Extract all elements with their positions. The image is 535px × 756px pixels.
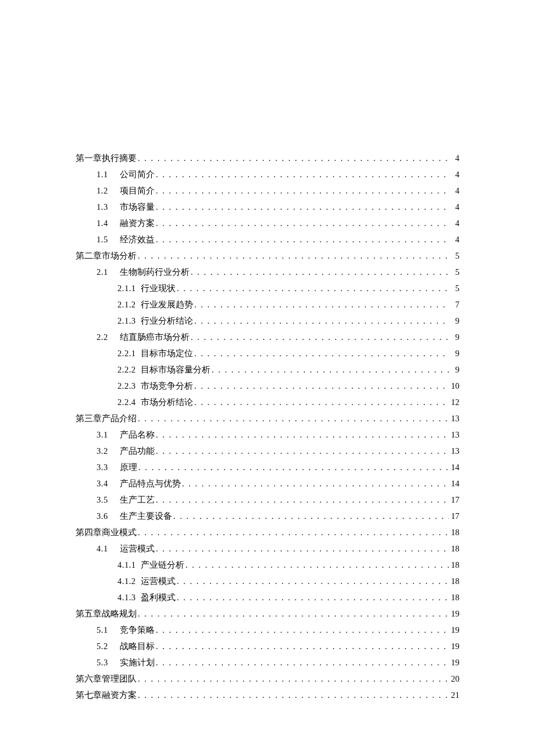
toc-number: 4.1.2 xyxy=(117,573,141,589)
toc-label: 融资方案 xyxy=(120,215,155,231)
toc-entry[interactable]: 1.3市场容量. . . . . . . . . . . . . . . . .… xyxy=(76,199,459,215)
toc-entry[interactable]: 2.1.2行业发展趋势. . . . . . . . . . . . . . .… xyxy=(76,296,459,313)
toc-number: 1.1 xyxy=(97,166,120,182)
toc-label: 第四章商业模式 xyxy=(76,524,137,540)
toc-number: 2.1 xyxy=(97,264,120,280)
toc-label: 运营模式 xyxy=(120,540,155,557)
toc-page-number: 9 xyxy=(449,361,459,378)
toc-entry[interactable]: 第四章商业模式. . . . . . . . . . . . . . . . .… xyxy=(76,524,459,540)
toc-leader-dots: . . . . . . . . . . . . . . . . . . . . … xyxy=(137,605,449,622)
toc-entry[interactable]: 1.1公司简介. . . . . . . . . . . . . . . . .… xyxy=(76,166,459,182)
toc-entry[interactable]: 4.1.3盈利模式. . . . . . . . . . . . . . . .… xyxy=(76,589,459,605)
toc-page-number: 9 xyxy=(449,329,459,345)
toc-entry[interactable]: 1.4融资方案. . . . . . . . . . . . . . . . .… xyxy=(76,215,459,231)
toc-label: 产业链分析 xyxy=(141,557,184,573)
toc-page-number: 4 xyxy=(449,150,459,166)
toc-entry[interactable]: 1.2项目简介. . . . . . . . . . . . . . . . .… xyxy=(76,182,459,199)
toc-page-number: 17 xyxy=(449,492,459,508)
toc-label: 竞争策略 xyxy=(120,622,155,638)
toc-number: 2.2.3 xyxy=(117,378,141,394)
toc-page-number: 13 xyxy=(449,443,459,459)
toc-number: 2.1.1 xyxy=(117,280,141,296)
toc-entry[interactable]: 2.2.1目标市场定位. . . . . . . . . . . . . . .… xyxy=(76,345,459,361)
toc-page-number: 10 xyxy=(449,378,459,394)
toc-label: 运营模式 xyxy=(141,573,176,589)
toc-number: 2.1.3 xyxy=(117,313,141,329)
toc-entry[interactable]: 3.2产品功能. . . . . . . . . . . . . . . . .… xyxy=(76,443,459,459)
toc-entry[interactable]: 第五章战略规划. . . . . . . . . . . . . . . . .… xyxy=(76,605,459,622)
toc-entry[interactable]: 第一章执行摘要. . . . . . . . . . . . . . . . .… xyxy=(76,150,459,166)
toc-entry[interactable]: 第二章市场分析. . . . . . . . . . . . . . . . .… xyxy=(76,248,459,264)
toc-label: 市场容量 xyxy=(120,199,155,215)
toc-page-number: 21 xyxy=(449,687,459,703)
toc-number: 1.4 xyxy=(97,215,120,231)
toc-leader-dots: . . . . . . . . . . . . . . . . . . . . … xyxy=(193,378,449,394)
toc-number: 3.3 xyxy=(97,459,120,475)
toc-label: 生产主要设备 xyxy=(120,508,172,524)
toc-leader-dots: . . . . . . . . . . . . . . . . . . . . … xyxy=(155,622,449,638)
toc-entry[interactable]: 5.1竞争策略. . . . . . . . . . . . . . . . .… xyxy=(76,622,459,638)
toc-label: 战略目标 xyxy=(120,638,155,654)
toc-number: 5.3 xyxy=(97,654,120,671)
toc-number: 3.4 xyxy=(97,475,120,492)
toc-label: 项目简介 xyxy=(120,182,155,199)
toc-page-number: 13 xyxy=(449,410,459,427)
toc-page-number: 18 xyxy=(449,573,459,589)
toc-label: 生产工艺 xyxy=(120,492,155,508)
toc-number: 5.2 xyxy=(97,638,120,654)
toc-number: 3.2 xyxy=(97,443,120,459)
toc-label: 第一章执行摘要 xyxy=(76,150,137,166)
toc-leader-dots: . . . . . . . . . . . . . . . . . . . . … xyxy=(176,280,449,296)
toc-leader-dots: . . . . . . . . . . . . . . . . . . . . … xyxy=(137,410,449,427)
toc-entry[interactable]: 5.3实施计划. . . . . . . . . . . . . . . . .… xyxy=(76,654,459,671)
toc-label: 行业分析结论 xyxy=(141,313,193,329)
toc-entry[interactable]: 第三章产品介绍. . . . . . . . . . . . . . . . .… xyxy=(76,410,459,427)
toc-page-number: 9 xyxy=(449,345,459,361)
toc-page-number: 18 xyxy=(449,524,459,540)
toc-entry[interactable]: 1.5经济效益. . . . . . . . . . . . . . . . .… xyxy=(76,231,459,248)
toc-entry[interactable]: 2.2结直肠癌市场分析. . . . . . . . . . . . . . .… xyxy=(76,329,459,345)
toc-entry[interactable]: 3.1产品名称. . . . . . . . . . . . . . . . .… xyxy=(76,427,459,443)
toc-number: 1.5 xyxy=(97,231,120,248)
toc-leader-dots: . . . . . . . . . . . . . . . . . . . . … xyxy=(155,638,449,654)
toc-entry[interactable]: 3.4产品特点与优势. . . . . . . . . . . . . . . … xyxy=(76,475,459,492)
toc-page-number: 7 xyxy=(449,296,459,313)
toc-leader-dots: . . . . . . . . . . . . . . . . . . . . … xyxy=(155,427,449,443)
toc-entry[interactable]: 3.5生产工艺. . . . . . . . . . . . . . . . .… xyxy=(76,492,459,508)
toc-entry[interactable]: 第六章管理团队. . . . . . . . . . . . . . . . .… xyxy=(76,671,459,687)
toc-entry[interactable]: 2.2.4市场分析结论. . . . . . . . . . . . . . .… xyxy=(76,394,459,410)
toc-entry[interactable]: 3.6生产主要设备. . . . . . . . . . . . . . . .… xyxy=(76,508,459,524)
toc-page-number: 5 xyxy=(449,248,459,264)
toc-leader-dots: . . . . . . . . . . . . . . . . . . . . … xyxy=(193,345,449,361)
toc-number: 4.1.1 xyxy=(117,557,141,573)
toc-entry[interactable]: 2.1生物制药行业分析. . . . . . . . . . . . . . .… xyxy=(76,264,459,280)
toc-entry[interactable]: 2.2.2目标市场容量分析. . . . . . . . . . . . . .… xyxy=(76,361,459,378)
toc-number: 2.1.2 xyxy=(117,296,141,313)
toc-label: 第五章战略规划 xyxy=(76,605,137,622)
toc-page-number: 17 xyxy=(449,508,459,524)
toc-entry[interactable]: 第七章融资方案. . . . . . . . . . . . . . . . .… xyxy=(76,687,459,703)
toc-page-number: 4 xyxy=(449,199,459,215)
toc-label: 实施计划 xyxy=(120,654,155,671)
toc-page-number: 4 xyxy=(449,215,459,231)
toc-leader-dots: . . . . . . . . . . . . . . . . . . . . … xyxy=(190,329,449,345)
toc-entry[interactable]: 2.1.1行业现状. . . . . . . . . . . . . . . .… xyxy=(76,280,459,296)
toc-leader-dots: . . . . . . . . . . . . . . . . . . . . … xyxy=(155,182,449,199)
toc-page-number: 18 xyxy=(449,557,459,573)
toc-entry[interactable]: 3.3原理. . . . . . . . . . . . . . . . . .… xyxy=(76,459,459,475)
toc-page-number: 13 xyxy=(449,427,459,443)
toc-entry[interactable]: 2.2.3市场竞争分析. . . . . . . . . . . . . . .… xyxy=(76,378,459,394)
toc-entry[interactable]: 4.1.2运营模式. . . . . . . . . . . . . . . .… xyxy=(76,573,459,589)
toc-entry[interactable]: 2.1.3行业分析结论. . . . . . . . . . . . . . .… xyxy=(76,313,459,329)
toc-entry[interactable]: 5.2战略目标. . . . . . . . . . . . . . . . .… xyxy=(76,638,459,654)
toc-label: 公司简介 xyxy=(120,166,155,182)
toc-number: 4.1 xyxy=(97,540,120,557)
toc-label: 盈利模式 xyxy=(141,589,176,605)
toc-entry[interactable]: 4.1.1产业链分析. . . . . . . . . . . . . . . … xyxy=(76,557,459,573)
toc-page-number: 14 xyxy=(449,459,459,475)
toc-number: 2.2 xyxy=(97,329,120,345)
toc-entry[interactable]: 4.1运营模式. . . . . . . . . . . . . . . . .… xyxy=(76,540,459,557)
toc-label: 产品特点与优势 xyxy=(120,475,181,492)
toc-page-number: 19 xyxy=(449,622,459,638)
toc-label: 第七章融资方案 xyxy=(76,687,137,703)
